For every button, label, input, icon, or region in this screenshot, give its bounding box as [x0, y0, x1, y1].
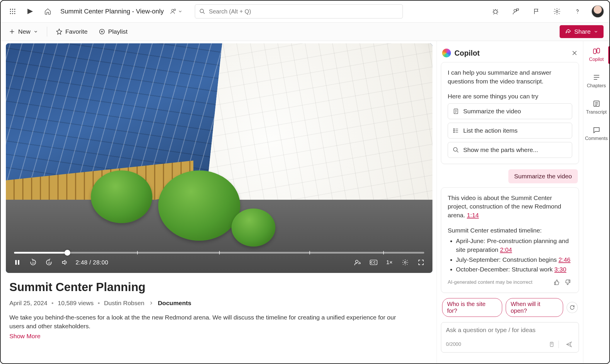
rail-item-transcript[interactable]: Transcript — [583, 98, 609, 117]
timestamp-link[interactable]: 1:14 — [467, 212, 479, 218]
svg-point-9 — [172, 9, 174, 11]
reply-list-item: April-June: Pre-construction planning an… — [456, 237, 572, 254]
copilot-pane: Copilot I can help you summarize and ans… — [437, 41, 583, 363]
forward-10-button[interactable]: 10 — [44, 257, 54, 267]
video-date: April 25, 2024 — [9, 300, 47, 307]
playback-speed[interactable]: 1× — [384, 257, 394, 267]
svg-point-3 — [10, 11, 11, 12]
video-column: 10 10 2:48 / 28:00 1× — [1, 41, 437, 363]
divider — [47, 27, 47, 37]
chevron-down-icon — [33, 29, 38, 34]
separator-dot: • — [52, 300, 54, 307]
rail-label: Chapters — [587, 83, 606, 88]
show-more-link[interactable]: Show More — [6, 333, 432, 340]
pause-button[interactable] — [12, 257, 22, 267]
followup-chips: Who is the site for? When will it open? — [437, 296, 583, 319]
timestamp-link[interactable]: 3:30 — [554, 266, 566, 273]
timestamp-link[interactable]: 2:46 — [558, 256, 570, 263]
video-views: 10,589 views — [58, 300, 94, 307]
volume-button[interactable] — [60, 257, 70, 267]
thumbs-up-button[interactable] — [552, 278, 561, 287]
chapters-icon — [592, 73, 601, 81]
svg-point-10 — [174, 9, 176, 11]
svg-point-11 — [200, 9, 204, 13]
seek-bar[interactable] — [14, 252, 424, 254]
suggestion-label: List the action items — [463, 127, 518, 134]
video-owner[interactable]: Dustin Robsen — [104, 300, 144, 307]
copilot-textarea[interactable] — [446, 327, 574, 335]
copilot-intro-card: I can help you summarize and answer ques… — [441, 62, 579, 164]
share-button[interactable]: Share — [560, 25, 604, 38]
search-box[interactable] — [195, 4, 403, 18]
permission-indicator[interactable] — [170, 8, 183, 15]
seek-progress — [14, 252, 67, 254]
ai-disclaimer: AI-generated content may be incorrect — [448, 279, 532, 285]
captions-button[interactable] — [369, 257, 379, 267]
copilot-title: Copilot — [454, 49, 480, 57]
fullscreen-button[interactable] — [416, 257, 426, 267]
svg-rect-30 — [593, 49, 596, 54]
app-launcher-icon[interactable] — [6, 5, 19, 18]
suggestion-action-items[interactable]: List the action items — [448, 123, 572, 139]
copilot-icon — [592, 47, 601, 55]
playlist-label: Playlist — [108, 28, 128, 35]
prompt-guide-button[interactable] — [547, 339, 557, 349]
followup-chip[interactable]: Who is the site for? — [442, 298, 502, 317]
stream-app-icon[interactable] — [23, 5, 37, 18]
video-settings-button[interactable] — [400, 257, 410, 267]
share-icon — [565, 28, 571, 35]
svg-text:10: 10 — [32, 262, 35, 264]
settings-icon[interactable] — [550, 5, 564, 18]
video-title: Summit Center Planning — [6, 281, 432, 294]
command-bar: New Favorite Playlist Share — [1, 22, 609, 41]
list-icon — [453, 127, 459, 134]
send-button[interactable] — [564, 339, 574, 349]
favorite-button[interactable]: Favorite — [54, 26, 90, 37]
user-avatar[interactable] — [591, 5, 604, 18]
thumbs-down-button[interactable] — [563, 278, 572, 287]
home-icon[interactable] — [41, 5, 54, 18]
rewind-10-button[interactable]: 10 — [28, 257, 38, 267]
search-input[interactable] — [209, 8, 398, 15]
seek-thumb[interactable] — [64, 250, 70, 256]
svg-point-2 — [14, 9, 16, 10]
playlist-button[interactable]: Playlist — [96, 26, 130, 37]
timestamp-link[interactable]: 2:04 — [500, 246, 512, 253]
star-icon — [56, 28, 62, 35]
svg-rect-18 — [18, 260, 19, 265]
person-feedback-icon[interactable] — [509, 5, 523, 18]
breadcrumb-location[interactable]: Documents — [158, 300, 191, 307]
flag-icon[interactable] — [530, 5, 543, 18]
reply-footer: AI-generated content may be incorrect — [448, 278, 572, 287]
svg-point-7 — [12, 13, 13, 14]
svg-rect-17 — [15, 260, 17, 265]
new-button[interactable]: New — [6, 26, 40, 37]
rail-item-copilot[interactable]: Copilot — [583, 45, 609, 64]
comments-icon — [592, 126, 601, 134]
refresh-chips-button[interactable] — [567, 302, 578, 313]
svg-point-21 — [355, 260, 358, 263]
svg-point-13 — [514, 9, 516, 12]
copilot-try-label: Here are some things you can try — [448, 93, 572, 100]
svg-point-26 — [454, 130, 454, 131]
bug-icon[interactable] — [489, 5, 502, 18]
video-player[interactable]: 10 10 2:48 / 28:00 1× — [6, 43, 432, 273]
playlist-add-icon — [99, 28, 105, 35]
video-controls: 10 10 2:48 / 28:00 1× — [12, 256, 426, 269]
suggestion-summarize[interactable]: Summarize the video — [448, 103, 572, 119]
video-meta-row: April 25, 2024 • 10,589 views • Dustin R… — [6, 300, 432, 307]
rail-item-chapters[interactable]: Chapters — [583, 71, 609, 90]
titlebar-right — [489, 5, 604, 18]
document-title[interactable]: Summit Center Planning - View-only — [60, 8, 164, 15]
copilot-close-button[interactable] — [571, 50, 578, 56]
svg-point-6 — [10, 13, 11, 14]
svg-point-14 — [556, 11, 558, 13]
suggestion-show-parts[interactable]: Show me the parts where... — [448, 142, 572, 158]
transcript-icon — [592, 100, 601, 108]
help-icon[interactable] — [571, 5, 584, 18]
rail-item-comments[interactable]: Comments — [583, 124, 609, 143]
copilot-input[interactable]: 0/2000 — [441, 322, 579, 353]
followup-chip[interactable]: When will it open? — [506, 298, 563, 317]
transcript-toggle-icon[interactable] — [353, 257, 363, 267]
share-label: Share — [574, 28, 591, 35]
